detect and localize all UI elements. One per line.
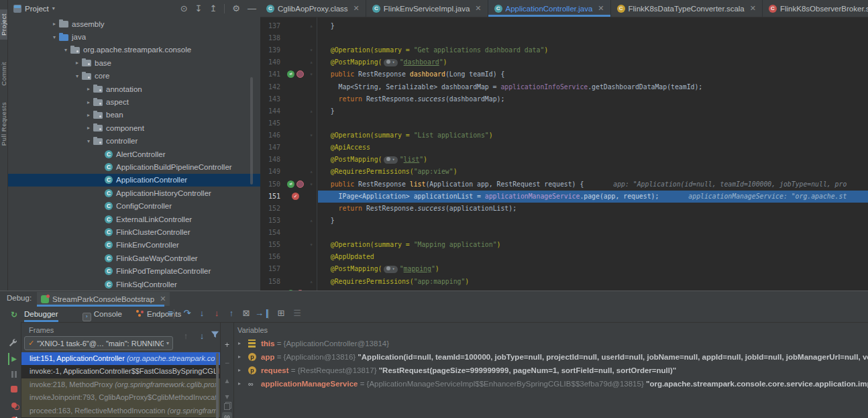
variable-row-request[interactable]: ▸prequest = {RestRequest@13817} "RestReq… — [234, 364, 868, 377]
fold-marker-icon[interactable]: ▵ — [308, 105, 315, 117]
fold-marker-icon[interactable]: ▵ — [308, 215, 315, 227]
project-tree-scrollbar[interactable] — [250, 77, 253, 185]
variable-row-app[interactable]: ▸papp = {Application@13816} "Application… — [234, 350, 868, 364]
add-watch-icon[interactable]: + — [222, 340, 232, 350]
fold-marker-icon[interactable]: ▿ — [308, 178, 315, 191]
editor-tab-applicationcontroller-java[interactable]: CApplicationController.java✕ — [488, 0, 611, 17]
fold-marker-icon[interactable]: ▵ — [308, 166, 315, 178]
code-line-151[interactable]: 151✓ IPage<Application> applicationList … — [260, 191, 868, 203]
close-icon[interactable]: ✕ — [354, 4, 360, 13]
pause-program-icon[interactable] — [8, 368, 20, 380]
tree-item-applicationcontroller[interactable]: CApplicationController — [8, 174, 260, 187]
tree-item-aspect[interactable]: ▸aspect — [8, 95, 260, 108]
tree-item-flinkclustercontroller[interactable]: CFlinkClusterController — [8, 225, 260, 238]
evaluate-expression-icon[interactable]: ⊞ — [275, 307, 287, 319]
tree-item-component[interactable]: ▸component — [8, 121, 260, 134]
chevron-right-icon[interactable]: ▸ — [84, 86, 93, 92]
tree-item-base[interactable]: ▸base — [8, 56, 260, 69]
debug-session-tab[interactable]: StreamParkConsoleBootstrap ✕ — [37, 292, 170, 306]
frame-up-icon[interactable]: ↑ — [180, 330, 192, 342]
chevron-down-icon[interactable]: ▾ — [52, 5, 55, 11]
tree-item-flinkpodtemplatecontroller[interactable]: CFlinkPodTemplateController — [8, 265, 260, 278]
filter-frames-icon[interactable] — [211, 330, 223, 342]
code-editor[interactable]: 137▵ }138139▿ @Operation(summary = "Get … — [260, 17, 868, 291]
stripe-item-pull-requests[interactable]: Pull Requests — [0, 102, 7, 146]
run-to-cursor-icon[interactable]: →❙ — [255, 307, 267, 319]
tree-item-externallinkcontroller[interactable]: CExternalLinkController — [8, 213, 260, 225]
view-breakpoints-icon[interactable] — [8, 399, 20, 411]
code-line-142[interactable]: 142 Map<String, Serializable> dashboardM… — [260, 81, 868, 93]
close-icon[interactable]: ✕ — [598, 4, 604, 13]
code-line-156[interactable]: 156 @AppUpdated — [260, 251, 868, 263]
fold-marker-icon[interactable]: ▿ — [308, 68, 315, 81]
code-line-155[interactable]: 155▿ @Operation(summary = "Mapping appli… — [260, 239, 868, 251]
chevron-right-icon[interactable]: ▸ — [238, 364, 241, 377]
code-line-148[interactable]: 148 @PostMapping(▾"list") — [260, 154, 868, 166]
endpoint-gutter-icon[interactable]: ⇄ — [287, 180, 294, 188]
variable-row-applicationManageService[interactable]: ▸∞applicationManageService = {Applicatio… — [234, 377, 868, 390]
frame-row[interactable]: invoke:218, MethodProxy (org.springframe… — [21, 378, 220, 391]
collapse-all-icon[interactable]: ↥ — [209, 3, 217, 13]
tree-item-alertcontroller[interactable]: CAlertController — [8, 148, 260, 160]
thread-selector[interactable]: ✓ "XNIO-1 task-6"@… "main": RUNNING ▾ — [24, 336, 173, 350]
debug-view-tab-console[interactable]: ›Console — [83, 306, 122, 322]
rerun-icon[interactable]: ↻ — [8, 309, 20, 321]
editor-tab-flinkk8sdatatypeconverter-scala[interactable]: CFlinkK8sDataTypeConverter.scala✕ — [611, 0, 763, 17]
frame-row[interactable]: proceed:163, ReflectiveMethodInvocation … — [21, 405, 220, 417]
chevron-right-icon[interactable]: ▸ — [72, 60, 82, 66]
tree-item-bean[interactable]: ▸bean — [8, 109, 260, 121]
fold-marker-icon[interactable]: ▿ — [308, 44, 315, 56]
mute-breakpoints-icon[interactable] — [8, 413, 20, 418]
step-out-icon[interactable]: ↑ — [225, 307, 237, 319]
step-over-icon[interactable]: ↷ — [181, 307, 193, 319]
code-line-140[interactable]: 140▵ @PostMapping(▾"dashboard") — [260, 56, 868, 68]
fold-marker-icon[interactable]: ▵ — [308, 20, 315, 32]
url-inlay-hint[interactable]: ▾ — [384, 156, 397, 164]
code-line-149[interactable]: 149▵ @RequiresPermissions("app:view") — [260, 166, 868, 178]
tree-item-configcontroller[interactable]: CConfigController — [8, 200, 260, 213]
frame-row[interactable]: list:151, ApplicationController (org.apa… — [21, 352, 220, 365]
close-icon[interactable]: ✕ — [160, 295, 166, 303]
tree-item-flinkenvcontroller[interactable]: CFlinkEnvController — [8, 239, 260, 252]
tree-item-applicationhistorycontroller[interactable]: CApplicationHistoryController — [8, 187, 260, 199]
code-line-158[interactable]: 158▵ @RequiresPermissions("app:mapping") — [260, 276, 868, 288]
chevron-right-icon[interactable]: ▸ — [238, 337, 241, 350]
editor-tab-cglibaopproxy-class[interactable]: CCglibAopProxy.class✕ — [260, 0, 366, 17]
force-step-into-icon[interactable]: ↓ — [211, 307, 223, 319]
code-line-143[interactable]: 143 return RestResponse.success(dashboar… — [260, 93, 868, 105]
code-line-147[interactable]: 147 @ApiAccess — [260, 142, 868, 154]
endpoint-gutter-icon[interactable]: ⇄ — [287, 70, 294, 78]
tree-item-applicationbuildpipelinecontroller[interactable]: CApplicationBuildPipelineController — [8, 160, 260, 173]
variable-row-this[interactable]: ▸this = {ApplicationController@13814} — [234, 337, 868, 350]
code-line-157[interactable]: 157 @PostMapping(▾"mapping") — [260, 263, 868, 275]
resume-program-icon[interactable]: ▶ — [8, 353, 19, 365]
layout-settings-icon[interactable]: ☰ — [291, 307, 303, 319]
editor-tab-flinkk8sobserverbroker-scala[interactable]: CFlinkK8sObserverBroker.scala✕ — [763, 0, 868, 17]
chevron-right-icon[interactable]: ▸ — [84, 125, 93, 131]
chevron-down-icon[interactable]: ▾ — [72, 73, 82, 79]
chevron-down-icon[interactable]: ▾ — [84, 138, 93, 144]
code-line-153[interactable]: 153▵ } — [260, 215, 868, 227]
url-inlay-hint[interactable]: ▾ — [384, 59, 397, 66]
code-line-139[interactable]: 139▿ @Operation(summary = "Get applicati… — [260, 44, 868, 56]
move-up-icon[interactable]: ▴ — [222, 376, 232, 386]
select-opened-file-icon[interactable]: ⊙ — [180, 3, 188, 13]
fold-marker-icon[interactable]: ▿ — [308, 129, 315, 142]
frame-row[interactable]: invoke:-1, ApplicationController$$FastCl… — [21, 365, 220, 378]
close-icon[interactable]: ✕ — [750, 4, 756, 13]
editor-tab-flinkenvserviceimpl-java[interactable]: CFlinkEnvServiceImpl.java✕ — [366, 0, 488, 17]
code-line-137[interactable]: 137▵ } — [260, 20, 868, 32]
code-line-154[interactable]: 154 — [260, 227, 868, 239]
code-line-144[interactable]: 144▵ } — [260, 105, 868, 117]
chevron-down-icon[interactable]: ▾ — [61, 47, 70, 53]
tree-item-annotation[interactable]: ▸annotation — [8, 83, 260, 95]
project-panel-title[interactable]: Project — [25, 5, 49, 13]
step-into-icon[interactable]: ↓ — [196, 307, 208, 319]
hamburger-menu-icon[interactable]: ≡ — [164, 307, 176, 319]
settings-wrench-icon[interactable] — [8, 338, 20, 350]
chevron-right-icon[interactable]: ▸ — [50, 21, 59, 27]
breakpoint-icon[interactable]: ✓ — [292, 193, 299, 200]
frames-scrollbar[interactable] — [216, 353, 219, 418]
fold-marker-icon[interactable]: ▵ — [308, 276, 315, 288]
remove-watch-icon[interactable]: − — [222, 358, 232, 368]
